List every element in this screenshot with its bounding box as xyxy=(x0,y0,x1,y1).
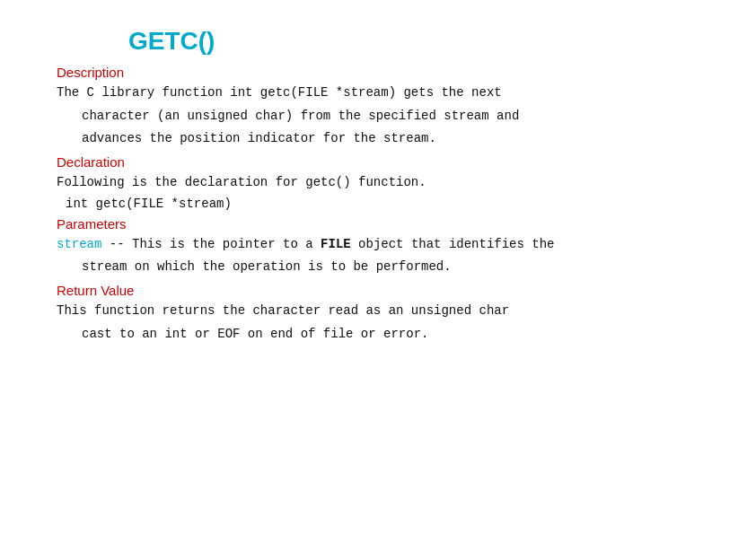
parameters-text: stream -- This is the pointer to a FILE … xyxy=(57,235,699,255)
page-title: GETC() xyxy=(128,27,699,56)
declaration-intro: Following is the declaration for getc() … xyxy=(57,173,699,193)
description-text-line2: character (an unsigned char) from the sp… xyxy=(82,107,699,127)
declaration-code: int getc(FILE *stream) xyxy=(66,197,699,211)
parameters-line1a: This is the pointer to a xyxy=(132,237,313,251)
stream-label: stream xyxy=(57,237,101,251)
stream-dash: -- xyxy=(101,237,132,251)
return-text-line1: This function returns the character read… xyxy=(57,302,699,321)
declaration-heading: Declaration xyxy=(57,154,699,170)
parameters-text-line2: stream on which the operation is to be p… xyxy=(82,258,699,277)
description-section: Description The C library function int g… xyxy=(57,65,699,149)
parameters-section: Parameters stream -- This is the pointer… xyxy=(57,216,699,277)
description-text-line3: advances the position indicator for the … xyxy=(82,129,699,149)
page-container: GETC() Description The C library functio… xyxy=(57,27,699,345)
declaration-section: Declaration Following is the declaration… xyxy=(57,154,699,211)
description-text-line1: The C library function int getc(FILE *st… xyxy=(57,83,699,103)
parameters-line1b: object that identifies the xyxy=(351,237,555,251)
file-bold: FILE xyxy=(321,237,351,251)
description-heading: Description xyxy=(57,65,699,80)
return-heading: Return Value xyxy=(57,283,699,298)
parameters-heading: Parameters xyxy=(57,216,699,232)
return-section: Return Value This function returns the c… xyxy=(57,283,699,344)
return-text-line2: cast to an int or EOF on end of file or … xyxy=(82,325,699,345)
